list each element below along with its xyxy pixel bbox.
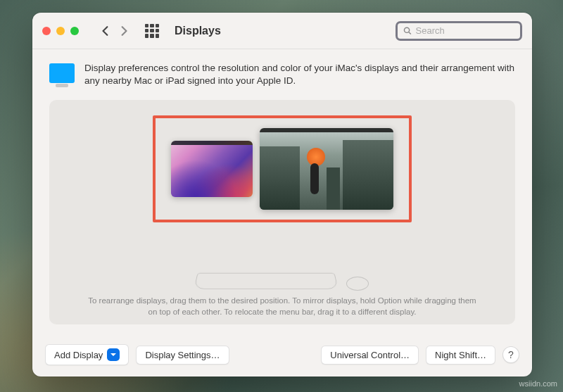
preferences-window: Displays Display preferences control the… bbox=[32, 13, 532, 377]
display-settings-label: Display Settings… bbox=[145, 350, 220, 360]
maximize-button[interactable] bbox=[70, 27, 79, 35]
display-thumbnail-2[interactable] bbox=[260, 128, 393, 210]
content-area: Display preferences control the resoluti… bbox=[32, 49, 532, 334]
night-shift-label: Night Shift… bbox=[435, 350, 486, 360]
display-arrangement-highlight bbox=[153, 115, 412, 222]
svg-line-1 bbox=[409, 32, 411, 34]
minimize-button[interactable] bbox=[56, 27, 65, 35]
universal-control-button[interactable]: Universal Control… bbox=[321, 346, 419, 365]
display-settings-button[interactable]: Display Settings… bbox=[136, 346, 229, 365]
add-display-label: Add Display bbox=[54, 350, 103, 360]
window-controls bbox=[42, 27, 79, 35]
page-title: Displays bbox=[175, 25, 221, 37]
titlebar: Displays bbox=[32, 13, 532, 49]
keyboard-icon bbox=[194, 273, 339, 289]
close-button[interactable] bbox=[42, 27, 51, 35]
add-display-button[interactable]: Add Display bbox=[45, 344, 129, 365]
universal-control-label: Universal Control… bbox=[330, 350, 410, 360]
devices-illustration bbox=[196, 271, 369, 291]
intro-row: Display preferences control the resoluti… bbox=[49, 62, 515, 87]
svg-point-0 bbox=[404, 27, 409, 32]
arrangement-area: To rearrange displays, drag them to the … bbox=[49, 100, 515, 324]
help-button[interactable]: ? bbox=[502, 346, 519, 363]
help-label: ? bbox=[508, 349, 514, 360]
search-icon bbox=[403, 26, 412, 35]
arrangement-hint: To rearrange displays, drag them to the … bbox=[85, 295, 479, 317]
night-shift-button[interactable]: Night Shift… bbox=[426, 346, 495, 365]
chevron-down-icon bbox=[107, 348, 120, 361]
search-field[interactable] bbox=[396, 21, 522, 41]
footer-buttons: Add Display Display Settings… Universal … bbox=[32, 334, 532, 377]
show-all-icon[interactable] bbox=[145, 24, 159, 38]
forward-button[interactable] bbox=[115, 23, 132, 39]
nav-arrows bbox=[97, 23, 132, 39]
search-input[interactable] bbox=[416, 25, 514, 36]
mouse-icon bbox=[346, 277, 369, 291]
display-thumbnail-1[interactable] bbox=[171, 141, 253, 197]
intro-text: Display preferences control the resoluti… bbox=[84, 62, 515, 87]
displays-icon bbox=[49, 63, 75, 83]
watermark-text: wsiidn.com bbox=[519, 379, 557, 388]
back-button[interactable] bbox=[97, 23, 114, 39]
